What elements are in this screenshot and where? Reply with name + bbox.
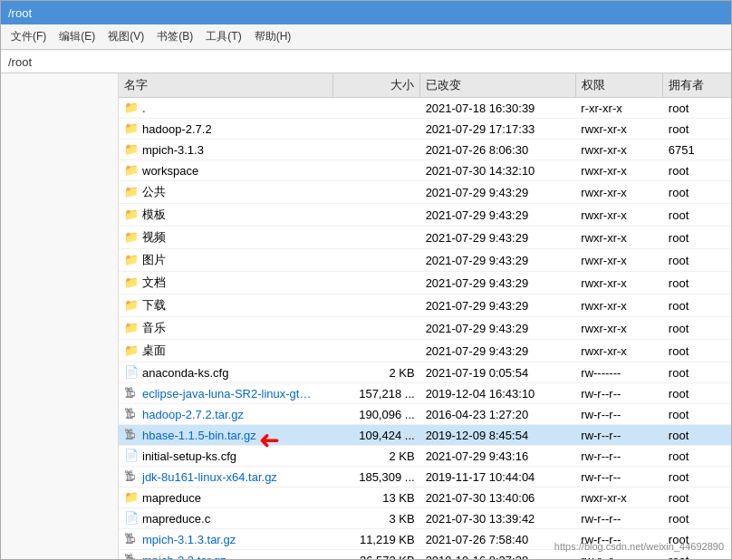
col-header-name[interactable]: 名字 [119, 73, 332, 98]
cell-owner: root [663, 181, 731, 204]
file-manager-window: /root 文件(F) 编辑(E) 视图(V) 书签(B) 工具(T) 帮助(H… [0, 0, 732, 560]
table-row[interactable]: 📁 workspace 2021-07-30 14:32:10 rwxr-xr-… [119, 160, 731, 181]
table-row[interactable]: 📁 公共 2021-07-29 9:43:29 rwxr-xr-x root [119, 181, 731, 204]
table-row[interactable]: 🗜 mpich-3.1.3.tar.gz 11,219 KB 2021-07-2… [119, 529, 731, 550]
cell-permissions: rw-r--r-- [575, 550, 663, 560]
menu-edit[interactable]: 编辑(E) [53, 26, 101, 47]
cell-permissions: rw-r--r-- [575, 404, 663, 425]
address-bar: /root [1, 50, 731, 73]
folder-icon: 📁 [124, 230, 139, 245]
cell-permissions: rw------- [575, 362, 663, 383]
col-header-size[interactable]: 大小 [332, 73, 420, 98]
col-header-owner[interactable]: 拥有者 [663, 73, 731, 98]
cell-permissions: rw-r--r-- [575, 383, 663, 404]
table-row[interactable]: 🗜 hbase-1.1.5-bin.tar.gz 109,424 ... 201… [119, 425, 731, 446]
menu-tools[interactable]: 工具(T) [199, 26, 247, 47]
cell-owner: root [663, 383, 731, 404]
cell-name: 📁 音乐 [119, 317, 332, 340]
cell-name: 📁 hadoop-2.7.2 [119, 119, 332, 140]
table-row[interactable]: 📁 桌面 2021-07-29 9:43:29 rwxr-xr-x root [119, 340, 731, 362]
cell-size [332, 249, 420, 272]
cell-name: 📁 mpich-3.1.3 [119, 140, 332, 160]
address-text: /root [8, 55, 32, 69]
table-row[interactable]: 📁 mpich-3.1.3 2021-07-26 8:06:30 rwxr-xr… [119, 140, 731, 160]
cell-name: 📁 下载 [119, 294, 332, 317]
cell-name: 📁 图片 [119, 249, 332, 272]
cell-modified: 2021-07-26 8:06:30 [420, 140, 576, 160]
cell-size: 13 KB [332, 488, 420, 508]
table-row[interactable]: 🗜 mpich-3.3.tar.gz 26,572 KB 2019-10-16 … [119, 550, 731, 560]
cell-name: 📁 文档 [119, 272, 332, 294]
cell-owner: 6751 [663, 140, 731, 160]
cell-owner: root [663, 160, 731, 181]
folder-icon: 📁 [124, 142, 139, 157]
folder-icon: 📁 [124, 298, 139, 313]
table-row[interactable]: 📁 hadoop-2.7.2 2021-07-29 17:17:33 rwxr-… [119, 119, 731, 140]
table-row[interactable]: 🗜 jdk-8u161-linux-x64.tar.gz 185,309 ...… [119, 467, 731, 488]
table-row[interactable]: 📁 mapreduce 13 KB 2021-07-30 13:40:06 rw… [119, 488, 731, 508]
table-row[interactable]: 📁 模板 2021-07-29 9:43:29 rwxr-xr-x root [119, 204, 731, 227]
folder-icon: 📁 [124, 275, 139, 290]
table-row[interactable]: 📁 . 2021-07-18 16:30:39 r-xr-xr-x root [119, 98, 731, 119]
cell-permissions: rwxr-xr-x [575, 119, 663, 140]
cell-size: 11,219 KB [332, 529, 420, 550]
table-row[interactable]: 📁 下载 2021-07-29 9:43:29 rwxr-xr-x root [119, 294, 731, 317]
col-header-permissions[interactable]: 权限 [575, 73, 663, 98]
title-bar: /root [1, 1, 731, 24]
cell-owner: root [663, 272, 731, 294]
menu-view[interactable]: 视图(V) [101, 26, 150, 47]
cell-modified: 2021-07-29 9:43:29 [420, 294, 576, 317]
cell-size: 185,309 ... [332, 467, 420, 488]
table-row[interactable]: 🗜 hadoop-2.7.2.tar.gz 190,096 ... 2016-0… [119, 404, 731, 425]
main-content: 名字 大小 已改变 权限 拥有者 📁 . 2021-07-18 16:30:39… [1, 73, 731, 559]
cell-size [332, 272, 420, 294]
table-row[interactable]: 📄 initial-setup-ks.cfg 2 KB 2021-07-29 9… [119, 446, 731, 467]
table-row[interactable]: 📁 音乐 2021-07-29 9:43:29 rwxr-xr-x root [119, 317, 731, 340]
cell-name: 📁 . [119, 98, 332, 119]
folder-icon: 📁 [124, 121, 139, 136]
cell-permissions: r-xr-xr-x [575, 98, 663, 119]
cell-name: 🗜 mpich-3.3.tar.gz [119, 550, 332, 560]
cell-modified: 2021-07-30 14:32:10 [420, 160, 576, 181]
cell-size: 190,096 ... [332, 404, 420, 425]
cell-owner: root [663, 467, 731, 488]
cell-permissions: rw-r--r-- [575, 425, 663, 446]
cell-size [332, 98, 420, 119]
cell-name: 🗜 mpich-3.1.3.tar.gz [119, 529, 332, 550]
table-row[interactable]: 📄 anaconda-ks.cfg 2 KB 2021-07-19 0:05:5… [119, 362, 731, 383]
archive-icon: 🗜 [124, 532, 139, 546]
cell-permissions: rw-r--r-- [575, 446, 663, 467]
archive-icon: 🗜 [124, 469, 139, 484]
cell-name: 🗜 jdk-8u161-linux-x64.tar.gz [119, 467, 332, 488]
cell-owner: root [663, 529, 731, 550]
cell-name: 📄 initial-setup-ks.cfg [119, 446, 332, 467]
cell-modified: 2016-04-23 1:27:20 [420, 404, 576, 425]
cell-name: 📄 anaconda-ks.cfg [119, 362, 332, 383]
cell-size [332, 181, 420, 204]
table-row[interactable]: 📁 文档 2021-07-29 9:43:29 rwxr-xr-x root [119, 272, 731, 294]
archive-icon: 🗜 [124, 407, 139, 421]
cell-owner: root [663, 119, 731, 140]
cell-size: 2 KB [332, 362, 420, 383]
table-row[interactable]: 📄 mapreduce.c 3 KB 2021-07-30 13:39:42 r… [119, 508, 731, 529]
table-row[interactable]: 📁 视频 2021-07-29 9:43:29 rwxr-xr-x root [119, 227, 731, 249]
cell-permissions: rwxr-xr-x [575, 249, 663, 272]
file-pane[interactable]: 名字 大小 已改变 权限 拥有者 📁 . 2021-07-18 16:30:39… [119, 73, 731, 559]
cell-name: 🗜 hbase-1.1.5-bin.tar.gz [119, 425, 332, 446]
col-header-modified[interactable]: 已改变 [420, 73, 576, 98]
menu-help[interactable]: 帮助(H) [248, 26, 298, 47]
cell-owner: root [663, 317, 731, 340]
file-icon: 📄 [124, 365, 139, 380]
cell-modified: 2021-07-29 9:43:29 [420, 340, 576, 362]
cell-owner: root [663, 550, 731, 560]
archive-icon: 🗜 [124, 428, 139, 442]
cell-permissions: rwxr-xr-x [575, 227, 663, 249]
cell-permissions: rwxr-xr-x [575, 272, 663, 294]
menu-bookmarks[interactable]: 书签(B) [150, 26, 199, 47]
cell-modified: 2021-07-29 9:43:29 [420, 227, 576, 249]
menu-file[interactable]: 文件(F) [5, 26, 53, 47]
cell-size [332, 227, 420, 249]
table-row[interactable]: 🗜 eclipse-java-luna-SR2-linux-gtk-x86_64… [119, 383, 731, 404]
cell-permissions: rwxr-xr-x [575, 488, 663, 508]
table-row[interactable]: 📁 图片 2021-07-29 9:43:29 rwxr-xr-x root [119, 249, 731, 272]
